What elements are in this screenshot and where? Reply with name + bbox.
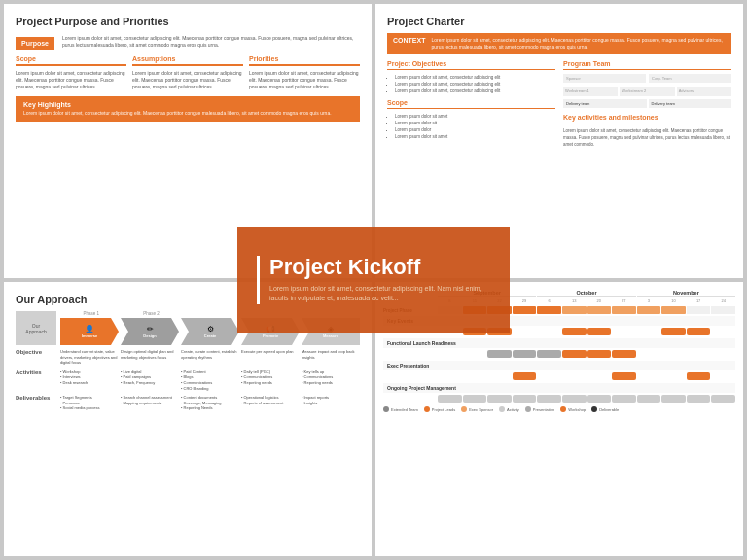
ex-cell-11	[687, 372, 711, 380]
day-13: 13	[562, 298, 587, 303]
legend-label-exec: Exec Sponsor	[469, 407, 493, 412]
day-10: 10	[661, 298, 686, 303]
approach-rows: Objective Understand current state, valu…	[16, 349, 360, 411]
legend-project-leads: Project Leads	[424, 406, 455, 412]
scope-col-section: Scope Lorem ipsum dolor sit amet Lorem i…	[387, 99, 555, 141]
obj-cell-5: Measure impact and loop back insights	[302, 349, 360, 366]
objectives-list: Lorem ipsum dolor sit amet, consectetur …	[387, 74, 555, 95]
assumptions-header: Assumptions	[132, 55, 243, 66]
delivery-cell-1: Delivery team	[563, 99, 647, 108]
context-text: Lorem ipsum dolor sit amet, consectetur …	[431, 37, 726, 51]
del-cell-1: • Target Segments• Personas• Social medi…	[60, 395, 119, 411]
ke-cell-12	[711, 329, 735, 334]
objectives-title: Project Objectives	[387, 60, 555, 70]
phase-cell-6	[562, 306, 587, 314]
slide2-title: Project Charter	[387, 16, 731, 27]
team-title: Program Team	[563, 60, 731, 70]
phase-cell-7	[587, 306, 612, 314]
on-cell-2	[463, 395, 487, 402]
ke-cell-10	[661, 328, 686, 335]
legend-dot-presentation	[525, 406, 531, 412]
on-cell-4	[513, 395, 537, 402]
day-29: 29	[513, 298, 537, 303]
delivery-cell-2: Delivery team	[649, 99, 732, 108]
objective-row-label: Objective	[16, 349, 56, 355]
ws1-header: Workstream 1	[565, 88, 616, 93]
legend-label-activity: Activity	[507, 407, 519, 412]
scope-item-4: Lorem ipsum dolor sit amet	[395, 133, 555, 140]
scope-list: Lorem ipsum dolor sit amet Lorem ipsum d…	[387, 113, 555, 141]
purpose-label: Purpose	[16, 37, 54, 50]
ke-cell-6	[562, 328, 587, 335]
on-cell-11	[687, 395, 711, 402]
fl-cell-8	[612, 350, 636, 358]
phase2-label: Phase 2	[123, 311, 181, 316]
key-highlights-text: Lorem ipsum dolor sit amet, consectetur …	[23, 110, 352, 117]
day-27: 27	[612, 298, 636, 303]
legend-label-deliverable: Deliverable	[599, 407, 619, 412]
fl-cell-11	[687, 351, 711, 357]
priorities-text: Lorem ipsum dolor sit amet, consectetur …	[249, 70, 360, 90]
legend-dot-leads	[424, 406, 430, 412]
ex-cell-9	[637, 373, 661, 379]
ke-cell-7	[587, 328, 612, 335]
purpose-section: Purpose Lorem ipsum dolor sit amet, cons…	[16, 35, 360, 50]
team-cell-corp: Corp. Team	[649, 74, 731, 83]
del-cell-3: • Content documents• Coverage, Messaging…	[181, 395, 239, 411]
act-cell-3: • Paid Content• Blogs• Communications• C…	[181, 369, 239, 391]
functional-row	[383, 350, 735, 358]
objective-1: Lorem ipsum dolor sit amet, consectetur …	[395, 74, 555, 81]
on-cell-12	[711, 395, 735, 402]
ex-cell-6	[562, 373, 587, 379]
legend-activity: Activity	[499, 406, 519, 412]
deliverables-row-label: Deliverables	[16, 395, 56, 401]
ke-cell-8	[612, 329, 636, 334]
on-cell-3	[487, 395, 512, 402]
ex-cell-4	[513, 372, 537, 380]
obj-cell-2: Design optimal digital plan and marketin…	[121, 349, 179, 366]
legend-dot-extended	[383, 406, 389, 412]
phase-cell-11	[687, 306, 711, 314]
ws2-cell: Workstream 2	[620, 87, 674, 96]
phase-design: ✏ Design	[121, 318, 179, 345]
fl-cell-1	[438, 351, 462, 357]
legend-label-extended: Extended Team	[391, 407, 418, 412]
fl-cell-7	[587, 350, 612, 358]
ex-cell-3	[487, 373, 512, 379]
del-cell-4: • Operational logistics• Reports of asse…	[241, 395, 300, 411]
del-cell-5: • Impact reports• Insights	[302, 395, 360, 411]
obj-cell-4: Execute per agreed upon plan	[241, 349, 300, 366]
workstream-grid: Workstream 1 Workstream 2 Advisors	[563, 87, 731, 96]
legend-dot-workshop	[560, 406, 566, 412]
our-approach-label: OurApproach	[16, 311, 56, 345]
slide1-title: Project Purpose and Priorities	[16, 16, 360, 27]
on-cell-7	[587, 395, 612, 402]
ongoing-row	[383, 395, 735, 402]
team-col: Program Team Sponsor Corp. Team Workstre…	[563, 60, 731, 149]
on-cell-9	[637, 395, 661, 402]
key-highlights: Key Highlights Lorem ipsum dolor sit ame…	[16, 96, 360, 122]
phase-cell-5	[537, 306, 561, 314]
fl-cell-6	[562, 350, 587, 358]
ex-cell-8	[612, 372, 636, 380]
ke-cell-9	[637, 329, 661, 334]
phase-cell-4	[513, 306, 537, 314]
priorities-header: Priorities	[249, 55, 360, 66]
ws1-cell: Workstream 1	[563, 87, 618, 96]
day-6: 6	[537, 298, 561, 303]
ke-cell-5	[537, 329, 561, 334]
fl-cell-3	[487, 350, 512, 358]
key-activities-text: Lorem ipsum dolor sit amet, consectetur …	[563, 127, 731, 149]
scope-item-2: Lorem ipsum dolor sit	[395, 120, 555, 126]
obj-cell-3: Create, curate content, establish operat…	[181, 349, 239, 366]
legend-label-workshop: Workshop	[568, 407, 586, 412]
scope-text: Lorem ipsum dolor sit amet, consectetur …	[16, 70, 126, 90]
purpose-text: Lorem ipsum dolor sit amet, consectetur …	[62, 35, 360, 50]
ex-cell-10	[661, 373, 686, 379]
legend-extended-team: Extended Team	[383, 406, 418, 412]
context-label: CONTEXT	[393, 37, 425, 51]
advisors-cell: Advisors	[677, 87, 731, 96]
scope-header: Scope	[16, 55, 126, 66]
assumptions-text: Lorem ipsum dolor sit amet, consectetur …	[132, 70, 243, 90]
overlay-title: Project Kickoff	[269, 256, 490, 279]
